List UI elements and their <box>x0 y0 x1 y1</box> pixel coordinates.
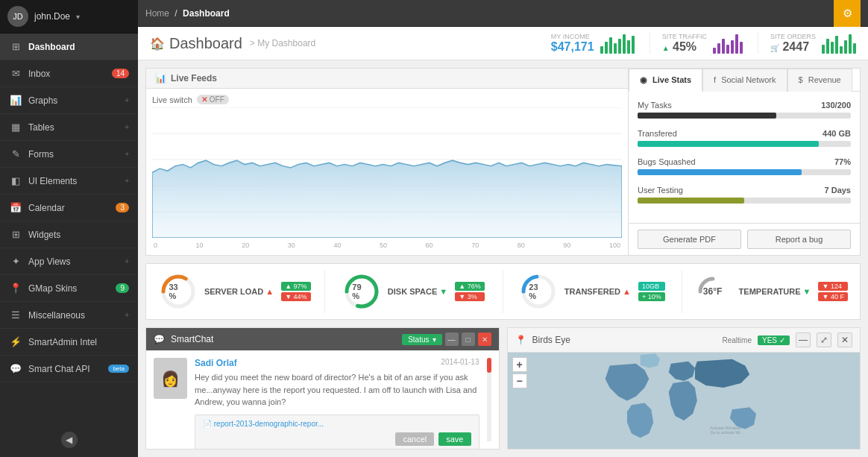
stats-tabs: ◉ Live Stats f Social Network $ Revenue <box>629 69 860 92</box>
smartchat-controls: Status ▾ — □ ✕ <box>402 332 491 346</box>
inbox-icon: ✉ <box>9 68 22 79</box>
sidebar-item-smartadmin[interactable]: ⚡ SmartAdmin Intel <box>0 329 138 356</box>
testing-label: User Testing <box>638 186 683 195</box>
check-icon: ✓ <box>779 336 785 344</box>
smartchat-panel: 💬 SmartChat Status ▾ — □ ✕ <box>145 327 500 450</box>
dashboard-title: 🏠 Dashboard > My Dashboard <box>150 35 315 52</box>
expand-icon3: + <box>125 150 129 158</box>
bottom-row: 💬 SmartChat Status ▾ — □ ✕ <box>145 327 861 450</box>
live-feeds-header: 📊 Live Feeds <box>146 69 628 89</box>
sidebar-item-forms[interactable]: ✎ Forms + <box>0 141 138 168</box>
breadcrumb-home[interactable]: Home <box>145 8 169 19</box>
sidebar-item-misc[interactable]: ☰ Miscellaneous + <box>0 302 138 329</box>
appviews-icon: ✦ <box>9 256 22 267</box>
switch-toggle[interactable]: ✕ OFF <box>197 95 229 104</box>
testing-value: 7 Days <box>825 186 851 195</box>
orders-icon: 🛒 <box>770 44 779 52</box>
server-load-circle: 33 % <box>160 273 197 310</box>
smartadmin-icon: ⚡ <box>9 336 22 347</box>
stats-content: My Tasks 130/200 Transfered 440 GB <box>629 92 860 223</box>
transferred-progress-fill <box>638 141 819 147</box>
bugs-progress-fill <box>638 169 802 175</box>
map-expand-button[interactable]: ⤢ <box>817 332 831 347</box>
main-content: Home / Dashboard ⚙ 🏠 Dashboard > My Dash… <box>138 0 868 457</box>
sidebar-item-dashboard[interactable]: ⊞ Dashboard <box>0 34 138 60</box>
bugs-value: 77% <box>834 157 851 166</box>
sidebar-item-smartchat-api[interactable]: 💬 Smart Chat API beta <box>0 356 138 382</box>
area-chart-container: 0 10 20 30 40 50 60 70 80 90 100 <box>152 107 622 238</box>
save-attachment-button[interactable]: save <box>438 432 471 446</box>
disk-space-arrow: ▼ <box>439 287 447 296</box>
content-left: 📊 Live Feeds Live switch ✕ OFF <box>138 60 868 457</box>
temp-badge1: ▼ 124 <box>818 282 847 291</box>
settings-button[interactable]: ⚙ <box>834 0 861 27</box>
x-label: 90 <box>563 242 570 249</box>
transferred-info: TRANSFERED ▲ <box>564 287 631 296</box>
metric-temperature: 36°F TEMPERATURE ▼ ▼ 124 ▼ 40 F <box>682 270 861 313</box>
report-bug-button[interactable]: Report a bug <box>747 230 851 249</box>
chat-scrollbar-thumb[interactable] <box>487 358 491 373</box>
income-bars <box>600 33 635 54</box>
tab-social-network[interactable]: f Social Network <box>702 69 787 92</box>
sidebar-item-widgets[interactable]: ⊞ Widgets <box>0 221 138 248</box>
traffic-value: ▲ 45% <box>662 40 707 54</box>
stat-row-transferred: Transfered 440 GB <box>638 129 851 147</box>
maximize-button[interactable]: □ <box>462 332 475 346</box>
metric-server-load: 33 % SERVER LOAD ▲ ▲ 97% ▼ 44% <box>146 270 325 313</box>
chat-icon: 💬 <box>154 334 165 344</box>
map-close-button[interactable]: ✕ <box>837 332 852 347</box>
map-zoom-out-button[interactable]: − <box>512 374 527 388</box>
gmap-icon: 📍 <box>9 283 22 294</box>
chevron-down-icon: ▾ <box>76 13 80 21</box>
temperature-arrow: ▼ <box>803 287 811 296</box>
tasks-label: My Tasks <box>638 101 672 110</box>
traffic-label: SITE TRAFFIC <box>662 33 707 40</box>
generate-pdf-button[interactable]: Generate PDF <box>638 230 741 249</box>
temp-badge2: ▼ 40 F <box>818 292 847 301</box>
x-label: 30 <box>288 242 295 249</box>
sidebar-item-graphs[interactable]: 📊 Graphs + <box>0 87 138 114</box>
map-zoom-controls: + − <box>512 357 527 388</box>
sidebar-item-calendar[interactable]: 📅 Calendar 3 <box>0 195 138 221</box>
close-button[interactable]: ✕ <box>478 332 491 346</box>
x-label: 80 <box>518 242 525 249</box>
tab-live-stats[interactable]: ◉ Live Stats <box>629 69 702 92</box>
x-label: 60 <box>426 242 433 249</box>
stat-row-bugs: Bugs Squashed 77% <box>638 157 851 175</box>
metric-disk-space: 79 % DISK SPACE ▼ ▲ 76% ▼ 3% <box>325 270 504 313</box>
map-minus-button[interactable]: — <box>796 332 811 347</box>
transferred-badges: 10GB + 10% <box>638 282 665 301</box>
minimize-button[interactable]: — <box>445 332 459 346</box>
birds-eye-panel: 📍 Birds Eye Realtime YES ✓ — ⤢ ✕ + <box>507 327 861 450</box>
server-load-badges: ▲ 97% ▼ 44% <box>281 282 310 301</box>
sidebar-item-ui-elements[interactable]: ◧ UI Elements + <box>0 168 138 195</box>
orders-label: SITE ORDERS <box>770 33 816 40</box>
live-stats-icon: ◉ <box>640 75 647 84</box>
feeds-stats-panel: 📊 Live Feeds Live switch ✕ OFF <box>145 68 861 256</box>
live-switch: Live switch ✕ OFF <box>152 95 622 104</box>
temperature-circle: 36°F <box>694 273 732 310</box>
transferred-percent: 23 % <box>529 283 547 300</box>
disk-space-circle: 79 % <box>343 273 380 310</box>
chart-area: Live switch ✕ OFF <box>146 89 628 245</box>
map-zoom-in-button[interactable]: + <box>512 357 527 372</box>
traffic-stat: SITE TRAFFIC ▲ 45% <box>650 33 743 54</box>
username: john.Doe <box>34 11 70 22</box>
traffic-bars <box>713 33 743 54</box>
expand-icon: + <box>125 96 129 104</box>
stats-panel: ◉ Live Stats f Social Network $ Revenue <box>629 69 860 255</box>
chat-scrollbar[interactable] <box>487 358 491 441</box>
forms-icon: ✎ <box>9 148 22 160</box>
sidebar-toggle-button[interactable]: ◀ <box>61 432 78 448</box>
sidebar-item-inbox[interactable]: ✉ Inbox 14 <box>0 60 138 87</box>
sidebar-item-app-views[interactable]: ✦ App Views + <box>0 248 138 275</box>
sidebar-item-gmap[interactable]: 📍 GMap Skins 9 <box>0 275 138 302</box>
sidebar-item-tables[interactable]: ▦ Tables + <box>0 114 138 141</box>
breadcrumb-separator: / <box>174 8 177 19</box>
x-label: 50 <box>380 242 387 249</box>
tab-revenue[interactable]: $ Revenue <box>787 69 852 92</box>
sidebar-header[interactable]: JD john.Doe ▾ <box>0 0 138 34</box>
smartchat-title: SmartChat <box>171 334 213 344</box>
cancel-attachment-button[interactable]: cancel <box>395 432 434 446</box>
status-button[interactable]: Status ▾ <box>402 334 441 345</box>
